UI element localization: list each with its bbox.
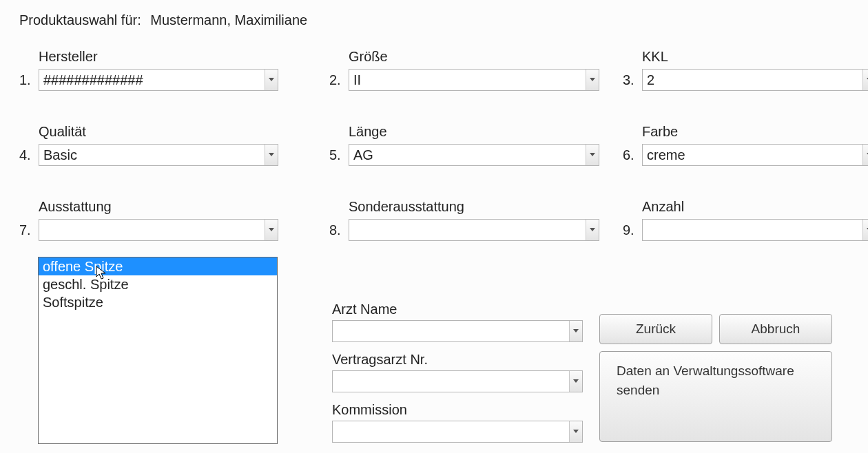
label-sonderausstattung: Sonderausstattung bbox=[349, 199, 599, 215]
svg-marker-0 bbox=[269, 78, 274, 81]
chevron-down-icon[interactable] bbox=[265, 220, 278, 240]
combo-qualitaet[interactable]: Basic bbox=[39, 144, 278, 166]
chevron-down-icon[interactable] bbox=[265, 70, 278, 90]
combo-kkl[interactable]: 2 bbox=[642, 69, 868, 91]
send-button[interactable]: Daten an Verwaltungssoftware senden bbox=[599, 351, 832, 442]
label-laenge: Länge bbox=[349, 124, 599, 140]
chevron-down-icon[interactable] bbox=[569, 421, 582, 442]
combo-ausstattung[interactable] bbox=[39, 219, 278, 241]
value-qualitaet: Basic bbox=[39, 147, 265, 163]
combo-laenge[interactable]: AG bbox=[349, 144, 599, 166]
combo-farbe[interactable]: creme bbox=[642, 144, 868, 166]
label-farbe: Farbe bbox=[642, 124, 868, 140]
chevron-down-icon[interactable] bbox=[586, 70, 599, 90]
svg-marker-11 bbox=[573, 430, 579, 433]
label-ausstattung: Ausstattung bbox=[39, 199, 278, 215]
field-number-laenge: 5. bbox=[329, 147, 344, 166]
svg-marker-1 bbox=[590, 78, 595, 81]
label-anzahl: Anzahl bbox=[642, 199, 868, 215]
svg-marker-7 bbox=[590, 228, 595, 231]
combo-vertragsarzt-nr[interactable] bbox=[332, 370, 583, 392]
chevron-down-icon[interactable] bbox=[569, 321, 582, 341]
field-number-hersteller: 1. bbox=[19, 72, 34, 91]
cancel-button-label: Abbruch bbox=[752, 322, 800, 337]
chevron-down-icon[interactable] bbox=[569, 371, 582, 392]
svg-marker-6 bbox=[269, 228, 274, 231]
value-farbe: creme bbox=[643, 147, 862, 163]
value-hersteller: ############# bbox=[39, 72, 265, 88]
combo-arzt-name[interactable] bbox=[332, 320, 583, 342]
header-label: Produktauswahl für: bbox=[19, 12, 141, 28]
chevron-down-icon[interactable] bbox=[265, 145, 278, 165]
chevron-down-icon[interactable] bbox=[862, 70, 868, 90]
svg-marker-10 bbox=[573, 379, 579, 383]
back-button[interactable]: Zurück bbox=[599, 314, 712, 344]
send-button-label: Daten an Verwaltungssoftware senden bbox=[617, 361, 815, 400]
label-kkl: KKL bbox=[642, 49, 868, 65]
combo-sonderausstattung[interactable] bbox=[349, 219, 599, 241]
back-button-label: Zurück bbox=[636, 322, 676, 337]
field-number-anzahl: 9. bbox=[623, 222, 638, 241]
svg-marker-3 bbox=[269, 153, 274, 156]
field-number-qualitaet: 4. bbox=[19, 147, 34, 166]
label-hersteller: Hersteller bbox=[39, 49, 278, 65]
label-vertragsarzt-nr: Vertragsarzt Nr. bbox=[332, 352, 581, 368]
combo-kommission[interactable] bbox=[332, 421, 583, 443]
label-qualitaet: Qualität bbox=[39, 124, 278, 140]
field-number-sonderausstattung: 8. bbox=[329, 222, 344, 241]
chevron-down-icon[interactable] bbox=[862, 220, 868, 240]
svg-marker-9 bbox=[573, 329, 579, 333]
value-groesse: II bbox=[349, 72, 586, 88]
chevron-down-icon[interactable] bbox=[586, 220, 599, 240]
label-arzt-name: Arzt Name bbox=[332, 302, 581, 317]
combo-hersteller[interactable]: ############# bbox=[39, 69, 278, 91]
field-number-farbe: 6. bbox=[623, 147, 638, 166]
combo-groesse[interactable]: II bbox=[349, 69, 599, 91]
field-number-kkl: 3. bbox=[623, 72, 638, 91]
field-number-groesse: 2. bbox=[329, 72, 344, 91]
value-kkl: 2 bbox=[643, 72, 862, 88]
value-laenge: AG bbox=[349, 147, 586, 163]
header-customer: Mustermann, Maximiliane bbox=[150, 12, 307, 28]
cancel-button[interactable]: Abbruch bbox=[719, 314, 832, 344]
label-kommission: Kommission bbox=[332, 402, 581, 418]
field-number-ausstattung: 7. bbox=[19, 222, 34, 241]
chevron-down-icon[interactable] bbox=[586, 145, 599, 165]
option-geschl-spitze[interactable]: geschl. Spitze bbox=[39, 275, 277, 293]
option-offene-spitze[interactable]: offene Spitze bbox=[39, 257, 277, 275]
label-groesse: Größe bbox=[349, 49, 599, 65]
chevron-down-icon[interactable] bbox=[862, 145, 868, 165]
page-title: Produktauswahl für: Mustermann, Maximili… bbox=[19, 12, 868, 28]
combo-anzahl[interactable] bbox=[642, 219, 868, 241]
svg-marker-4 bbox=[590, 153, 595, 156]
